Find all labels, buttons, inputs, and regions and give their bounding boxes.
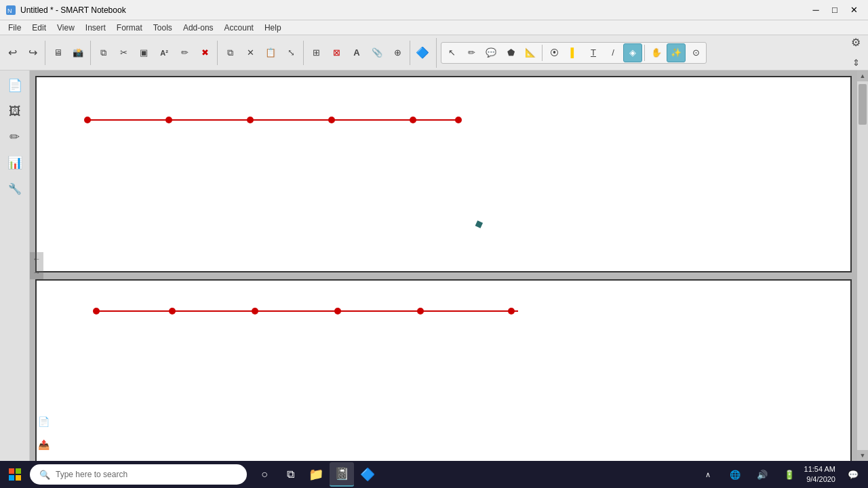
taskbar-cortana-button[interactable]: ○ <box>252 462 277 487</box>
display-button[interactable]: 🖥 <box>48 43 67 62</box>
svg-point-12 <box>252 308 258 314</box>
menu-edit[interactable]: Edit <box>26 22 52 34</box>
svg-point-11 <box>169 308 176 314</box>
svg-point-7 <box>410 117 416 123</box>
taskbar-explorer-button[interactable]: 📁 <box>304 462 328 487</box>
svg-rect-19 <box>16 475 21 481</box>
sidebar-addons-button[interactable]: 🔧 <box>3 176 27 201</box>
svg-point-13 <box>334 308 341 314</box>
page-next-arrow[interactable]: → <box>30 266 43 279</box>
attach-button[interactable]: 📎 <box>368 43 387 62</box>
scroll-up-arrow[interactable]: ▲ <box>857 70 868 81</box>
taskbar-taskview-button[interactable]: ⧉ <box>278 462 302 487</box>
smart-tools-button[interactable]: 🔷 <box>413 43 432 62</box>
text-button[interactable]: A <box>347 43 366 62</box>
start-button[interactable] <box>3 462 27 487</box>
svg-point-15 <box>508 308 515 314</box>
close-button[interactable]: ✕ <box>845 1 863 19</box>
menu-format[interactable]: Format <box>111 22 148 34</box>
plus-button[interactable]: ⊕ <box>388 43 407 62</box>
fill-button[interactable]: ⬟ <box>501 43 520 62</box>
menu-view[interactable]: View <box>52 22 80 34</box>
redo-button[interactable]: ↪ <box>23 43 42 62</box>
line-tool-button[interactable]: / <box>604 43 623 62</box>
slide-1-canvas[interactable]: ◆ <box>37 77 850 271</box>
svg-rect-18 <box>9 475 14 481</box>
svg-point-4 <box>165 117 172 123</box>
menu-help[interactable]: Help <box>259 22 287 34</box>
shapes-button[interactable]: 💬 <box>481 43 500 62</box>
gesture-button[interactable]: ✋ <box>647 43 666 62</box>
system-tray: ∧ 🌐 🔊 🔋 11:54 AM 9/4/2020 💬 <box>696 462 865 487</box>
scroll-thumb[interactable] <box>859 84 867 125</box>
more-tools-button[interactable]: ⊙ <box>686 43 705 62</box>
sidebar-page-button[interactable]: 📄 <box>3 73 27 98</box>
export-button[interactable]: 📤 <box>33 434 54 455</box>
clear-button[interactable]: ⊠ <box>327 43 346 62</box>
menubar: File Edit View Insert Format Tools Add-o… <box>0 20 868 35</box>
add-page-button[interactable]: 📄 <box>33 411 54 432</box>
undo-button[interactable]: ↩ <box>3 43 22 62</box>
minimize-button[interactable]: ─ <box>807 1 825 19</box>
titlebar-controls: ─ □ ✕ <box>807 1 863 19</box>
tray-expand-button[interactable]: ∧ <box>696 462 720 487</box>
table-button[interactable]: ⊞ <box>307 43 326 62</box>
menu-account[interactable]: Account <box>219 22 259 34</box>
duplicate-button[interactable]: ⧉ <box>220 43 239 62</box>
move-button[interactable]: ⤡ <box>281 43 300 62</box>
canvas-area[interactable]: ◆ ← → 📄 📤 <box>30 70 857 461</box>
settings-button[interactable]: ⚙ <box>846 33 865 52</box>
taskbar-notebook-button[interactable]: 📓 <box>330 462 354 487</box>
menu-insert[interactable]: Insert <box>80 22 111 34</box>
scroll-down-arrow[interactable]: ▼ <box>857 450 868 461</box>
tray-volume-button[interactable]: 🔊 <box>750 462 774 487</box>
tray-notification-button[interactable]: 💬 <box>841 462 865 487</box>
toolbar-right: ⚙ ⇕ <box>846 33 865 73</box>
toolbar-area: ↩ ↪ 🖥 📸 ⧉ ✂ ▣ A² ✏ ✖ ⧉ ✕ 📋 ⤡ ⊞ ⊠ A 📎 <box>0 35 868 70</box>
scroll-track[interactable] <box>857 81 868 450</box>
pen-tool-button[interactable]: ✏ <box>462 43 481 62</box>
screen-record-button[interactable]: 📸 <box>68 43 87 62</box>
svg-rect-17 <box>16 468 21 474</box>
copy-button[interactable]: ⧉ <box>94 43 113 62</box>
menu-addons[interactable]: Add-ons <box>178 22 219 34</box>
slide-2[interactable] <box>35 279 852 461</box>
taskbar-smart-button[interactable]: 🔷 <box>355 462 380 487</box>
select-tool-button[interactable]: ↖ <box>442 43 461 62</box>
svg-point-8 <box>455 117 462 123</box>
sidebar-image-button[interactable]: 🖼 <box>3 99 27 123</box>
system-clock: 11:54 AM 9/4/2020 <box>804 464 838 485</box>
magic-button[interactable]: ✨ <box>667 43 686 62</box>
scrollbar: ▲ ▼ <box>857 70 868 461</box>
present-button[interactable]: ▣ <box>134 43 153 62</box>
sidebar-pen-button[interactable]: ✏ <box>3 125 27 149</box>
math-button[interactable]: A² <box>155 43 174 62</box>
expand-button[interactable]: ⇕ <box>846 54 865 73</box>
titlebar-left: N Untitled * - SMART Notebook <box>5 5 126 16</box>
page-prev-arrow[interactable]: ← <box>30 252 43 266</box>
cut-button[interactable]: ✂ <box>114 43 133 62</box>
titlebar: N Untitled * - SMART Notebook ─ □ ✕ <box>0 0 868 20</box>
highlighter-button[interactable]: ▌ <box>564 43 583 62</box>
tray-network-button[interactable]: 🌐 <box>723 462 747 487</box>
handwriting-button[interactable]: ✏ <box>175 43 194 62</box>
search-bar[interactable]: 🔍 Type here to search <box>30 464 247 485</box>
columns-button[interactable]: ⦿ <box>545 43 564 62</box>
svg-rect-16 <box>9 468 14 474</box>
protractor-button[interactable]: 📐 <box>521 43 540 62</box>
text-insert-button[interactable]: T <box>584 43 603 62</box>
eraser-button[interactable]: ◈ <box>623 43 642 62</box>
slide-2-canvas[interactable] <box>37 281 850 461</box>
slide-1[interactable]: ◆ <box>35 76 852 272</box>
svg-point-6 <box>328 117 335 123</box>
delete-button[interactable]: ✖ <box>195 43 214 62</box>
svg-text:N: N <box>7 7 12 14</box>
tray-battery-button[interactable]: 🔋 <box>777 462 802 487</box>
maximize-button[interactable]: □ <box>826 1 844 19</box>
menu-tools[interactable]: Tools <box>148 22 178 34</box>
sidebar-chart-button[interactable]: 📊 <box>3 150 27 175</box>
menu-file[interactable]: File <box>3 22 26 34</box>
app-title: Untitled * - SMART Notebook <box>20 5 126 15</box>
paste-button[interactable]: 📋 <box>261 43 280 62</box>
minus-button[interactable]: ✕ <box>241 43 260 62</box>
